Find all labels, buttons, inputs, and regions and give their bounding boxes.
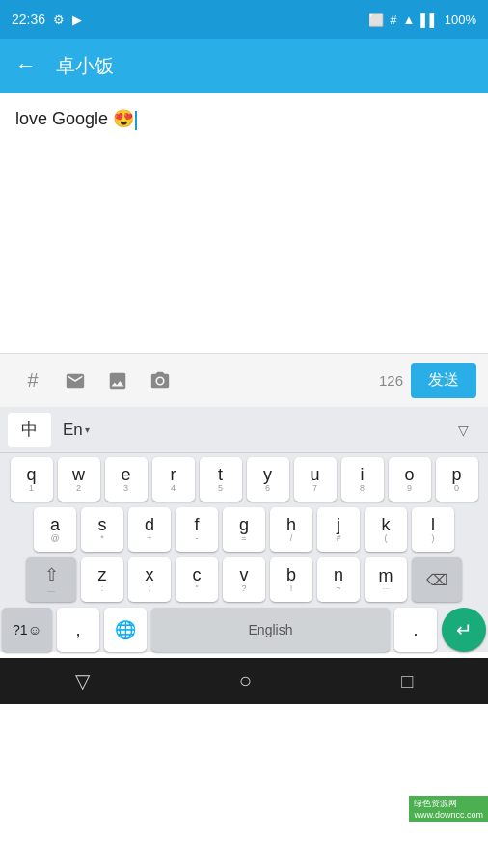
period-key[interactable]: .	[394, 608, 437, 652]
comma-label: ,	[75, 621, 80, 638]
key-k[interactable]: k(	[365, 507, 407, 552]
input-toolbar: # 126 发送	[0, 353, 488, 407]
media-icon: ▶	[72, 13, 82, 27]
backspace-key[interactable]: ⌫	[412, 557, 462, 602]
nav-recent-button[interactable]: □	[401, 670, 413, 692]
key-t[interactable]: t5	[200, 457, 242, 502]
text-cursor	[135, 111, 137, 130]
signal-icon: ▌▌	[420, 13, 438, 27]
time: 22:36	[12, 12, 45, 27]
key-l[interactable]: l)	[412, 507, 454, 552]
app-bar: ← 卓小饭	[0, 39, 488, 93]
key-u[interactable]: u7	[294, 457, 337, 502]
key-p[interactable]: p0	[436, 457, 478, 502]
key-h[interactable]: h/	[270, 507, 312, 552]
enter-icon: ↵	[456, 618, 473, 641]
num-sym-label: ?1☺	[13, 623, 41, 637]
language-row: 中 En ▾ ▽	[0, 407, 488, 453]
shift-key[interactable]: ⇧ —	[26, 557, 76, 602]
key-s[interactable]: s*	[81, 507, 123, 552]
message-text: love Google 😍	[15, 109, 134, 128]
message-area[interactable]: love Google 😍	[0, 93, 488, 353]
hash-icon: #	[27, 369, 38, 392]
key-i[interactable]: i8	[341, 457, 384, 502]
key-n[interactable]: n~	[317, 557, 360, 602]
hash-button[interactable]: #	[12, 360, 54, 402]
hash-icon: #	[390, 13, 396, 27]
nav-home-button[interactable]: ○	[239, 668, 252, 693]
chinese-lang-button[interactable]: 中	[8, 413, 51, 447]
send-button[interactable]: 发送	[411, 363, 476, 398]
key-o[interactable]: o9	[389, 457, 431, 502]
key-q[interactable]: q1	[11, 457, 53, 502]
space-key[interactable]: English	[151, 608, 390, 652]
camera-icon	[149, 370, 171, 392]
nav-bar: ▽ ○ □	[0, 658, 488, 704]
image-icon	[107, 370, 128, 392]
key-a[interactable]: a@	[34, 507, 76, 552]
period-label: .	[413, 621, 418, 638]
camera-button[interactable]	[139, 360, 181, 402]
comma-key[interactable]: ,	[57, 608, 99, 652]
app-title: 卓小饭	[56, 53, 114, 79]
key-d[interactable]: d+	[128, 507, 171, 552]
image-button[interactable]	[96, 360, 139, 402]
key-v[interactable]: v?	[223, 557, 265, 602]
key-row-3: ⇧ — z: x; c" v? b! n~ m··· ⌫	[2, 557, 486, 602]
key-c[interactable]: c"	[176, 557, 218, 602]
cast-icon: ⬜	[368, 13, 384, 27]
settings-icon: ⚙	[53, 13, 65, 27]
globe-key[interactable]: 🌐	[104, 608, 147, 652]
key-x[interactable]: x;	[128, 557, 171, 602]
wifi-icon: ▲	[402, 13, 415, 27]
shift-icon: ⇧	[44, 564, 59, 585]
backspace-icon: ⌫	[426, 571, 448, 589]
mail-button[interactable]	[54, 360, 96, 402]
key-y[interactable]: y6	[247, 457, 289, 502]
status-bar: 22:36 ⚙ ▶ ⬜ # ▲ ▌▌ 100%	[0, 0, 488, 39]
key-b[interactable]: b!	[270, 557, 312, 602]
key-r[interactable]: r4	[152, 457, 195, 502]
key-w[interactable]: w2	[58, 457, 100, 502]
status-left: 22:36 ⚙ ▶	[12, 12, 82, 27]
space-label: English	[249, 622, 293, 637]
key-row-1: q1 w2 e3 r4 t5 y6 u7 i8 o9 p0	[2, 457, 486, 502]
key-m[interactable]: m···	[365, 557, 407, 602]
num-sym-key[interactable]: ?1☺	[2, 608, 52, 652]
keyboard: 中 En ▾ ▽ q1 w2 e3 r4 t5 y6 u7 i8 o9 p0 a…	[0, 407, 488, 652]
key-g[interactable]: g=	[223, 507, 265, 552]
enter-key[interactable]: ↵	[442, 608, 486, 652]
globe-icon: 🌐	[115, 619, 136, 640]
lang-arrow-icon: ▾	[85, 424, 90, 435]
key-j[interactable]: j#	[317, 507, 360, 552]
key-row-2: a@ s* d+ f- g= h/ j# k( l)	[2, 507, 486, 552]
status-right: ⬜ # ▲ ▌▌ 100%	[368, 13, 476, 27]
key-z[interactable]: z:	[81, 557, 123, 602]
key-f[interactable]: f-	[176, 507, 218, 552]
english-lang-button[interactable]: En ▾	[55, 415, 97, 446]
back-button[interactable]: ←	[15, 53, 37, 78]
key-row-4: ?1☺ , 🌐 English . ↵	[2, 608, 486, 652]
nav-back-button[interactable]: ▽	[75, 669, 90, 692]
key-rows: q1 w2 e3 r4 t5 y6 u7 i8 o9 p0 a@ s* d+ f…	[0, 453, 488, 652]
collapse-keyboard-button[interactable]: ▽	[446, 413, 480, 448]
watermark: 绿色资源网www.downcc.com	[409, 796, 488, 822]
envelope-icon	[65, 370, 86, 392]
key-e[interactable]: e3	[105, 457, 148, 502]
char-count: 126	[181, 372, 411, 389]
battery: 100%	[445, 13, 476, 27]
